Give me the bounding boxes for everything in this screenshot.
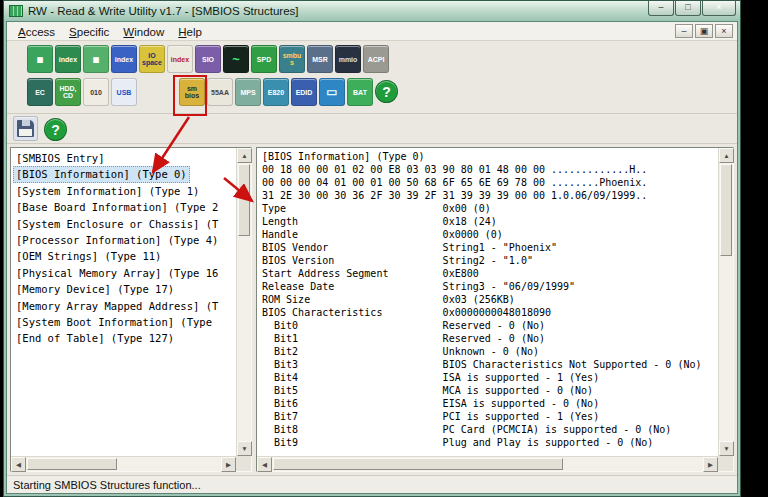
scroll-down-icon[interactable]: ▼: [719, 441, 734, 456]
left-vertical-scrollbar[interactable]: ▲ ▼: [236, 148, 251, 456]
monitor-icon[interactable]: ▭: [319, 78, 345, 106]
structure-list-item[interactable]: [Memory Array Mapped Address] (T: [13, 298, 221, 314]
structure-list-item[interactable]: [Processor Information] (Type 4): [13, 232, 221, 248]
detail-line: 00 18 00 00 01 02 00 E8 03 03 90 80 01 4…: [262, 163, 718, 176]
structure-detail-pane: [BIOS Information] (Type 0)00 18 00 00 0…: [256, 147, 734, 472]
acpi-icon[interactable]: ACPI: [363, 45, 389, 73]
memory-index-icon[interactable]: index: [111, 45, 137, 73]
right-vertical-scrollbar[interactable]: ▲ ▼: [718, 148, 733, 456]
detail-line: Bit8 PC Card (PCMCIA) is supported - 0 (…: [262, 423, 718, 436]
clock-icon[interactable]: ~: [223, 45, 249, 73]
detail-line: Bit1 Reserved - 0 (No): [262, 332, 718, 345]
right-horizontal-scrollbar[interactable]: ◀ ▶: [257, 456, 718, 471]
detail-line: Start Address Segment 0xE800: [262, 267, 718, 280]
window-title: RW - Read & Write Utility v1.7 - [SMBIOS…: [28, 5, 299, 17]
detail-line: BIOS Version String2 - "1.0": [262, 254, 718, 267]
structure-list-item[interactable]: [System Boot Information] (Type: [13, 314, 215, 330]
detail-line: BIOS Vendor String1 - "Phoenix": [262, 241, 718, 254]
menubar: AccessSpecificWindowHelp –▣×: [7, 22, 737, 41]
menu-access[interactable]: Access: [11, 24, 62, 40]
structure-list-item[interactable]: [Base Board Information] (Type 2: [13, 199, 221, 215]
scroll-right-icon[interactable]: ▶: [703, 457, 718, 472]
detail-line: 31 2E 30 00 30 36 2F 30 39 2F 31 39 39 3…: [262, 189, 718, 202]
detail-line: Bit2 Unknown - 0 (No): [262, 345, 718, 358]
scrollbar-corner: [236, 456, 251, 471]
screen: RW - Read & Write Utility v1.7 - [SMBIOS…: [0, 0, 768, 497]
binary-010-icon[interactable]: 010: [83, 78, 109, 106]
e820-icon[interactable]: E820: [263, 78, 289, 106]
menu-items: AccessSpecificWindowHelp: [11, 22, 209, 40]
mps-icon[interactable]: MPS: [235, 78, 261, 106]
detail-line: [BIOS Information] (Type 0): [262, 150, 718, 163]
smbus-icon[interactable]: smbus: [279, 45, 305, 73]
structures-list: [SMBIOS Entry][BIOS Information] (Type 0…: [11, 148, 236, 456]
edid-icon[interactable]: EDID: [291, 78, 317, 106]
main-toolbar: ▦index▦indexIO spaceindexSIO~SPDsmbusMSR…: [7, 41, 737, 114]
mdi-restore-button[interactable]: ▣: [695, 24, 713, 38]
structure-list-item[interactable]: [Memory Device] (Type 17): [13, 281, 177, 297]
mdi-close-button[interactable]: ×: [715, 24, 733, 38]
left-horizontal-scrollbar[interactable]: ◀ ▶: [11, 456, 236, 471]
io-index-icon[interactable]: index: [167, 45, 193, 73]
detail-line: Bit7 PCI is supported - 1 (Yes): [262, 410, 718, 423]
client-area: AccessSpecificWindowHelp –▣× ▦index▦inde…: [6, 21, 738, 494]
status-bar: Starting SMBIOS Structures function...: [7, 475, 737, 493]
toolbar-help-icon[interactable]: ?: [375, 80, 398, 103]
scroll-up-icon[interactable]: ▲: [237, 148, 252, 163]
superio-icon[interactable]: SIO: [195, 45, 221, 73]
scroll-right-icon[interactable]: ▶: [221, 457, 236, 472]
structure-list-item[interactable]: [BIOS Information] (Type 0): [13, 166, 190, 182]
scrollbar-thumb[interactable]: [238, 164, 250, 236]
detail-line: Release Date String3 - "06/09/1999": [262, 280, 718, 293]
memory-icon[interactable]: ▦: [83, 45, 109, 73]
mdi-minimize-button[interactable]: –: [675, 24, 693, 38]
hdd-icon[interactable]: HDD,CD: [55, 78, 81, 106]
mbr-55aa-icon[interactable]: 55AA: [207, 78, 233, 106]
detail-line: Bit4 ISA is supported - 1 (Yes): [262, 371, 718, 384]
structure-list-item[interactable]: [Physical Memory Array] (Type 16: [13, 265, 221, 281]
detail-line: Bit9 Plug and Play is supported - 0 (No): [262, 436, 718, 449]
scrollbar-thumb[interactable]: [27, 458, 117, 470]
close-button[interactable]: ×: [702, 1, 736, 16]
pci-index-icon[interactable]: index: [55, 45, 81, 73]
smbios-structures-list-pane: [SMBIOS Entry][BIOS Information] (Type 0…: [10, 147, 252, 472]
structure-list-item[interactable]: [End of Table] (Type 127): [13, 330, 177, 346]
scrollbar-thumb[interactable]: [720, 164, 732, 256]
menu-window[interactable]: Window: [116, 24, 171, 40]
titlebar: RW - Read & Write Utility v1.7 - [SMBIOS…: [4, 1, 740, 21]
secondary-help-icon[interactable]: ?: [44, 118, 67, 141]
scroll-up-icon[interactable]: ▲: [719, 148, 734, 163]
detail-line: 00 00 00 04 01 00 01 00 50 68 6F 65 6E 6…: [262, 176, 718, 189]
scroll-left-icon[interactable]: ◀: [11, 457, 26, 472]
scrollbar-corner: [718, 456, 733, 471]
usb-icon[interactable]: USB: [111, 78, 137, 106]
scroll-left-icon[interactable]: ◀: [257, 457, 272, 472]
battery-icon[interactable]: BAT: [347, 78, 373, 106]
smbios-icon[interactable]: sm bios: [179, 78, 205, 106]
structure-list-item[interactable]: [System Enclosure or Chassis] (T: [13, 216, 221, 232]
structure-list-item[interactable]: [System Information] (Type 1): [13, 183, 202, 199]
ec-icon[interactable]: EC: [27, 78, 53, 106]
detail-line: Bit6 EISA is supported - 0 (No): [262, 397, 718, 410]
minimize-button[interactable]: –: [648, 1, 674, 16]
scroll-down-icon[interactable]: ▼: [237, 441, 252, 456]
msr-icon[interactable]: MSR: [307, 45, 333, 73]
detail-line: Handle 0x0000 (0): [262, 228, 718, 241]
detail-line: Type 0x00 (0): [262, 202, 718, 215]
toolbar-row-1: ▦index▦indexIO spaceindexSIO~SPDsmbusMSR…: [7, 45, 737, 78]
io-space-icon[interactable]: IO space: [139, 45, 165, 73]
save-icon[interactable]: [13, 116, 38, 141]
spd-icon[interactable]: SPD: [251, 45, 277, 73]
maximize-button[interactable]: □: [675, 1, 701, 16]
scrollbar-thumb[interactable]: [273, 458, 563, 470]
structure-list-item[interactable]: [OEM Strings] (Type 11): [13, 248, 164, 264]
menu-specific[interactable]: Specific: [62, 24, 116, 40]
menu-help[interactable]: Help: [171, 24, 209, 40]
app-icon: [9, 5, 23, 17]
mmio-icon[interactable]: mmio: [335, 45, 361, 73]
structure-list-item[interactable]: [SMBIOS Entry]: [13, 150, 108, 166]
app-window: RW - Read & Write Utility v1.7 - [SMBIOS…: [3, 0, 741, 497]
detail-line: Length 0x18 (24): [262, 215, 718, 228]
main-area: [SMBIOS Entry][BIOS Information] (Type 0…: [7, 144, 737, 475]
pci-icon[interactable]: ▦: [27, 45, 53, 73]
